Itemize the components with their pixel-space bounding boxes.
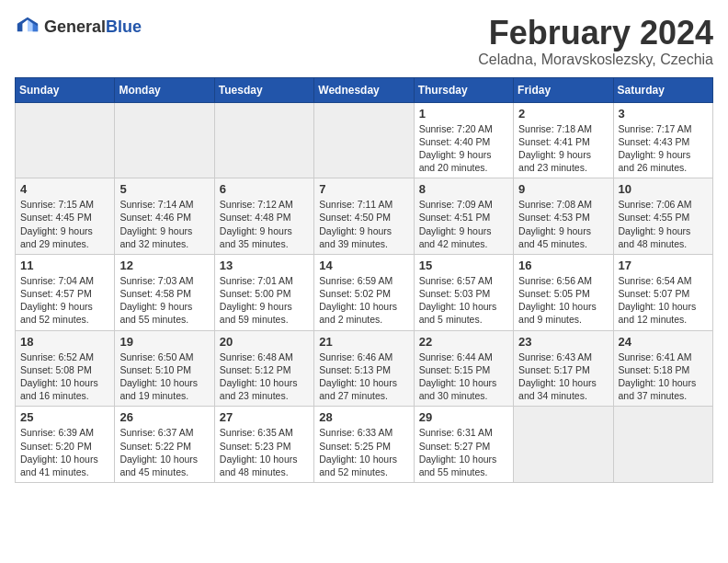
calendar-cell: 4Sunrise: 7:15 AM Sunset: 4:45 PM Daylig…: [16, 178, 115, 255]
weekday-header: Wednesday: [314, 77, 414, 102]
day-number: 10: [619, 182, 708, 196]
calendar-cell: 3Sunrise: 7:17 AM Sunset: 4:43 PM Daylig…: [613, 102, 712, 178]
weekday-header: Sunday: [16, 77, 115, 102]
calendar-cell: 19Sunrise: 6:50 AM Sunset: 5:10 PM Dayli…: [115, 330, 214, 407]
day-number: 25: [20, 410, 109, 424]
day-number: 11: [20, 259, 109, 272]
calendar-cell: 22Sunrise: 6:44 AM Sunset: 5:15 PM Dayli…: [414, 330, 513, 407]
calendar-cell: 8Sunrise: 7:09 AM Sunset: 4:51 PM Daylig…: [414, 178, 513, 255]
day-number: 19: [119, 335, 209, 349]
title-section: February 2024 Celadna, Moravskoslezsky, …: [478, 15, 713, 68]
calendar-cell: [115, 102, 214, 178]
calendar-cell: [514, 407, 613, 483]
day-number: 22: [419, 335, 508, 349]
day-number: 29: [419, 410, 508, 424]
day-detail: Sunrise: 7:17 AM Sunset: 4:43 PM Dayligh…: [619, 122, 708, 175]
calendar-cell: 20Sunrise: 6:48 AM Sunset: 5:12 PM Dayli…: [214, 330, 313, 407]
day-detail: Sunrise: 6:39 AM Sunset: 5:20 PM Dayligh…: [20, 426, 109, 478]
calendar-cell: 1Sunrise: 7:20 AM Sunset: 4:40 PM Daylig…: [414, 102, 513, 178]
calendar-subtitle: Celadna, Moravskoslezsky, Czechia: [478, 52, 713, 68]
day-number: 1: [419, 107, 508, 121]
calendar-cell: 25Sunrise: 6:39 AM Sunset: 5:20 PM Dayli…: [16, 407, 115, 483]
weekday-header-row: SundayMondayTuesdayWednesdayThursdayFrid…: [16, 77, 713, 102]
day-detail: Sunrise: 6:43 AM Sunset: 5:17 PM Dayligh…: [518, 350, 608, 403]
day-number: 3: [619, 107, 708, 121]
logo-blue-text: Blue: [106, 17, 142, 36]
calendar-cell: 24Sunrise: 6:41 AM Sunset: 5:18 PM Dayli…: [613, 330, 712, 407]
day-detail: Sunrise: 7:15 AM Sunset: 4:45 PM Dayligh…: [20, 198, 109, 250]
day-detail: Sunrise: 6:41 AM Sunset: 5:18 PM Dayligh…: [619, 350, 708, 403]
day-detail: Sunrise: 6:44 AM Sunset: 5:15 PM Dayligh…: [419, 350, 508, 403]
calendar-cell: 29Sunrise: 6:31 AM Sunset: 5:27 PM Dayli…: [414, 407, 513, 483]
calendar-cell: [314, 102, 414, 178]
day-number: 21: [319, 335, 408, 349]
calendar-table: SundayMondayTuesdayWednesdayThursdayFrid…: [15, 77, 713, 483]
day-number: 28: [319, 410, 408, 424]
calendar-cell: 12Sunrise: 7:03 AM Sunset: 4:58 PM Dayli…: [115, 254, 214, 330]
day-detail: Sunrise: 7:01 AM Sunset: 5:00 PM Dayligh…: [220, 274, 309, 327]
calendar-cell: 2Sunrise: 7:18 AM Sunset: 4:41 PM Daylig…: [514, 102, 613, 178]
calendar-week-row: 18Sunrise: 6:52 AM Sunset: 5:08 PM Dayli…: [16, 330, 713, 407]
day-detail: Sunrise: 7:08 AM Sunset: 4:53 PM Dayligh…: [518, 198, 608, 250]
calendar-week-row: 1Sunrise: 7:20 AM Sunset: 4:40 PM Daylig…: [16, 102, 713, 178]
day-number: 6: [220, 182, 309, 196]
calendar-cell: 17Sunrise: 6:54 AM Sunset: 5:07 PM Dayli…: [613, 254, 712, 330]
day-detail: Sunrise: 7:14 AM Sunset: 4:46 PM Dayligh…: [119, 198, 209, 250]
day-detail: Sunrise: 6:35 AM Sunset: 5:23 PM Dayligh…: [220, 426, 309, 478]
day-number: 2: [518, 107, 608, 121]
day-number: 7: [319, 182, 408, 196]
calendar-cell: 18Sunrise: 6:52 AM Sunset: 5:08 PM Dayli…: [16, 330, 115, 407]
day-number: 20: [220, 335, 309, 349]
calendar-week-row: 4Sunrise: 7:15 AM Sunset: 4:45 PM Daylig…: [16, 178, 713, 255]
day-detail: Sunrise: 7:11 AM Sunset: 4:50 PM Dayligh…: [319, 198, 408, 250]
calendar-cell: 13Sunrise: 7:01 AM Sunset: 5:00 PM Dayli…: [214, 254, 313, 330]
day-number: 5: [119, 182, 209, 196]
logo-general-text: General: [44, 17, 106, 36]
day-number: 12: [119, 259, 209, 272]
day-number: 14: [319, 259, 408, 272]
weekday-header: Saturday: [613, 77, 712, 102]
calendar-cell: 14Sunrise: 6:59 AM Sunset: 5:02 PM Dayli…: [314, 254, 414, 330]
day-detail: Sunrise: 6:37 AM Sunset: 5:22 PM Dayligh…: [119, 426, 209, 478]
calendar-cell: 15Sunrise: 6:57 AM Sunset: 5:03 PM Dayli…: [414, 254, 513, 330]
calendar-cell: 26Sunrise: 6:37 AM Sunset: 5:22 PM Dayli…: [115, 407, 214, 483]
day-number: 15: [419, 259, 508, 272]
day-detail: Sunrise: 7:12 AM Sunset: 4:48 PM Dayligh…: [220, 198, 309, 250]
day-detail: Sunrise: 6:50 AM Sunset: 5:10 PM Dayligh…: [119, 350, 209, 403]
day-number: 16: [518, 259, 608, 272]
day-number: 9: [518, 182, 608, 196]
calendar-cell: 16Sunrise: 6:56 AM Sunset: 5:05 PM Dayli…: [514, 254, 613, 330]
day-detail: Sunrise: 6:56 AM Sunset: 5:05 PM Dayligh…: [518, 274, 608, 327]
weekday-header: Monday: [115, 77, 214, 102]
day-number: 27: [220, 410, 309, 424]
day-detail: Sunrise: 6:54 AM Sunset: 5:07 PM Dayligh…: [619, 274, 708, 327]
logo: GeneralBlue: [15, 15, 142, 40]
day-detail: Sunrise: 7:09 AM Sunset: 4:51 PM Dayligh…: [419, 198, 508, 250]
logo-icon: [15, 15, 40, 40]
weekday-header: Thursday: [414, 77, 513, 102]
day-detail: Sunrise: 7:04 AM Sunset: 4:57 PM Dayligh…: [20, 274, 109, 327]
calendar-week-row: 25Sunrise: 6:39 AM Sunset: 5:20 PM Dayli…: [16, 407, 713, 483]
calendar-cell: 11Sunrise: 7:04 AM Sunset: 4:57 PM Dayli…: [16, 254, 115, 330]
calendar-cell: [16, 102, 115, 178]
calendar-cell: 23Sunrise: 6:43 AM Sunset: 5:17 PM Dayli…: [514, 330, 613, 407]
calendar-cell: 6Sunrise: 7:12 AM Sunset: 4:48 PM Daylig…: [214, 178, 313, 255]
day-number: 17: [619, 259, 708, 272]
day-detail: Sunrise: 6:46 AM Sunset: 5:13 PM Dayligh…: [319, 350, 408, 403]
calendar-cell: [613, 407, 712, 483]
calendar-week-row: 11Sunrise: 7:04 AM Sunset: 4:57 PM Dayli…: [16, 254, 713, 330]
calendar-cell: 27Sunrise: 6:35 AM Sunset: 5:23 PM Dayli…: [214, 407, 313, 483]
calendar-cell: 7Sunrise: 7:11 AM Sunset: 4:50 PM Daylig…: [314, 178, 414, 255]
day-number: 4: [20, 182, 109, 196]
weekday-header: Friday: [514, 77, 613, 102]
day-number: 24: [619, 335, 708, 349]
day-detail: Sunrise: 6:33 AM Sunset: 5:25 PM Dayligh…: [319, 426, 408, 478]
calendar-cell: 10Sunrise: 7:06 AM Sunset: 4:55 PM Dayli…: [613, 178, 712, 255]
day-detail: Sunrise: 7:20 AM Sunset: 4:40 PM Dayligh…: [419, 122, 508, 175]
calendar-title: February 2024: [478, 15, 713, 52]
day-number: 8: [419, 182, 508, 196]
day-detail: Sunrise: 6:52 AM Sunset: 5:08 PM Dayligh…: [20, 350, 109, 403]
day-number: 13: [220, 259, 309, 272]
day-detail: Sunrise: 6:57 AM Sunset: 5:03 PM Dayligh…: [419, 274, 508, 327]
day-detail: Sunrise: 6:48 AM Sunset: 5:12 PM Dayligh…: [220, 350, 309, 403]
